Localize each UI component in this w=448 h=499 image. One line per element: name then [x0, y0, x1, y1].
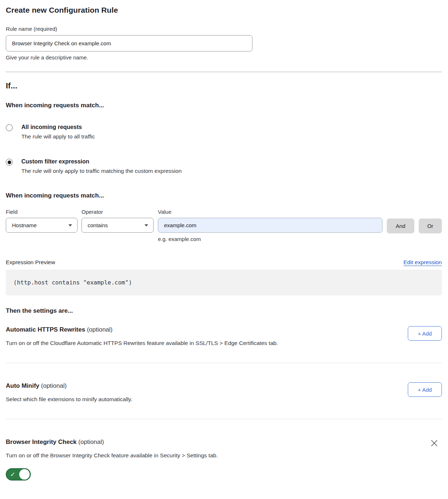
page-title: Create new Configuration Rule — [6, 6, 442, 14]
radio-option-custom-filter[interactable]: Custom filter expression The rule will o… — [6, 158, 442, 174]
close-icon — [430, 439, 438, 447]
setting-divider — [6, 419, 442, 419]
if-heading: If... — [6, 81, 442, 91]
rule-name-label: Rule name (required) — [6, 26, 442, 32]
section-divider — [6, 72, 442, 72]
expression-preview-code: (http.host contains "example.com") — [6, 270, 442, 295]
rule-name-input[interactable] — [6, 35, 252, 51]
setting-title: Automatic HTTPS Rewrites — [6, 326, 85, 333]
expression-preview-label: Expression Preview — [6, 259, 55, 266]
expression-builder-heading: When incoming requests match... — [6, 192, 442, 199]
check-icon: ✓ — [10, 471, 15, 478]
setting-optional-tag: (optional) — [41, 382, 67, 389]
setting-optional-tag: (optional) — [78, 438, 104, 445]
expression-preview-header: Expression Preview Edit expression — [6, 259, 442, 266]
match-subheading: When incoming requests match... — [6, 102, 442, 109]
create-configuration-rule-form: Create new Configuration Rule Rule name … — [0, 0, 448, 488]
then-settings-heading: Then the settings are... — [6, 307, 442, 315]
add-automatic-https-rewrites-button[interactable]: + Add — [408, 326, 442, 341]
or-button[interactable]: Or — [419, 219, 442, 233]
setting-title: Auto Minify — [6, 382, 39, 389]
add-auto-minify-button[interactable]: + Add — [408, 382, 442, 397]
radio-description: The rule will only apply to traffic matc… — [21, 168, 182, 174]
radio-option-all-requests[interactable]: All incoming requests The rule will appl… — [6, 124, 442, 140]
setting-browser-integrity-check: Browser Integrity Check (optional) Turn … — [6, 438, 442, 459]
chevron-down-icon — [68, 224, 72, 226]
operator-select-value: contains — [88, 222, 108, 228]
setting-description: Select which file extensions to minify a… — [6, 396, 132, 403]
toggle-knob — [19, 469, 30, 480]
setting-description: Turn on or off the Cloudflare Automatic … — [6, 340, 278, 346]
expression-builder-row: Field Hostname Operator contains Value e… — [6, 209, 442, 242]
setting-title: Browser Integrity Check — [6, 438, 77, 445]
remove-setting-button[interactable] — [430, 439, 438, 447]
chevron-down-icon — [145, 224, 148, 226]
field-select-value: Hostname — [12, 222, 37, 228]
value-column-label: Value — [158, 209, 382, 215]
radio-label[interactable]: All incoming requests — [21, 124, 95, 130]
setting-auto-minify: Auto Minify (optional) Select which file… — [6, 382, 442, 403]
setting-optional-tag: (optional) — [87, 326, 113, 333]
radio-label[interactable]: Custom filter expression — [21, 158, 182, 165]
field-select[interactable]: Hostname — [6, 218, 78, 233]
operator-select[interactable]: contains — [81, 218, 154, 233]
edit-expression-link[interactable]: Edit expression — [403, 259, 442, 266]
setting-description: Turn on or off the Browser Integrity Che… — [6, 452, 218, 459]
browser-integrity-check-toggle[interactable]: ✓ — [6, 468, 31, 481]
value-input[interactable] — [158, 218, 382, 233]
setting-automatic-https-rewrites: Automatic HTTPS Rewrites (optional) Turn… — [6, 326, 442, 346]
radio-description: The rule will apply to all traffic — [21, 133, 95, 140]
setting-divider — [6, 363, 442, 363]
radio-button-selected[interactable] — [6, 159, 13, 166]
rule-name-help: Give your rule a descriptive name. — [6, 54, 442, 61]
radio-button-unselected[interactable] — [6, 124, 13, 131]
value-hint: e.g. example.com — [158, 236, 382, 242]
and-button[interactable]: And — [387, 219, 414, 233]
field-column-label: Field — [6, 209, 78, 215]
operator-column-label: Operator — [81, 209, 154, 215]
